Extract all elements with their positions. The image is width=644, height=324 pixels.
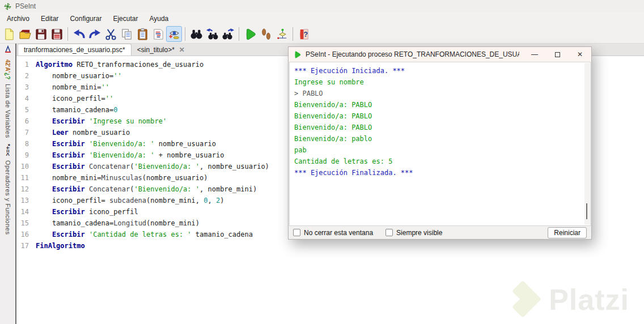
- console-scrollbar-thumb[interactable]: [586, 203, 587, 219]
- line-number: 14: [16, 206, 36, 218]
- left-panel-strip: 42'A'¿?Lista de Variables*+=<Operadores …: [0, 44, 15, 324]
- toolbar-save-all-button[interactable]: [49, 26, 65, 42]
- run-icon: [244, 28, 257, 41]
- editor-tab[interactable]: <sin_titulo>*✕: [132, 44, 190, 56]
- line-number: 16: [16, 229, 36, 240]
- checkbox-box[interactable]: [293, 229, 300, 236]
- toolbar-separator: [293, 27, 293, 41]
- line-number: 9: [16, 150, 36, 161]
- console-line: pab: [294, 144, 582, 156]
- open-file-icon: [19, 28, 32, 41]
- menu-configurar[interactable]: Configurar: [64, 13, 107, 24]
- pin-panel-icon[interactable]: [3, 45, 12, 54]
- new-file-icon: [3, 28, 16, 41]
- toolbar-copy-button[interactable]: [118, 26, 134, 42]
- panel-label-operadores[interactable]: Operadores y Funciones: [5, 160, 11, 235]
- line-number: 11: [16, 172, 36, 184]
- run-dialog-footer: No cerrar esta ventana Siempre visible R…: [289, 226, 591, 239]
- line-number: 8: [16, 138, 36, 150]
- console-line: Cantidad de letras es: 5: [294, 156, 582, 167]
- find-icon: [190, 28, 203, 41]
- toolbar-new-file-button[interactable]: [1, 26, 17, 42]
- copy-icon: [120, 28, 133, 41]
- run-step-icon: [260, 28, 273, 41]
- variables-icon[interactable]: 42'A'¿?: [5, 59, 11, 79]
- tab-label: <sin_titulo>*: [137, 46, 175, 54]
- no-close-checkbox[interactable]: No cerrar esta ventana: [293, 229, 373, 237]
- cut-icon: [104, 28, 117, 41]
- toolbar-run-step-button[interactable]: [258, 26, 274, 42]
- console-line: *** Ejecución Iniciada. ***: [294, 65, 582, 76]
- window-title: PSeInt: [15, 2, 36, 10]
- editor-tab[interactable]: tranformaciones_de_usuario.psc*: [18, 44, 132, 56]
- toolbar-help-button[interactable]: ?: [296, 26, 312, 42]
- checkbox-box[interactable]: [385, 229, 393, 236]
- save-all-icon: [50, 28, 63, 41]
- find-next-icon: [222, 28, 235, 41]
- line-number: 13: [16, 195, 36, 206]
- tab-label: tranformaciones_de_usuario.psc*: [24, 46, 125, 54]
- menu-archivo[interactable]: Archivo: [1, 13, 35, 24]
- panel-label-variables[interactable]: Lista de Variables: [5, 84, 11, 138]
- line-number: 12: [16, 184, 36, 195]
- toolbar-open-file-button[interactable]: [17, 26, 33, 42]
- line-number: 17: [16, 240, 36, 251]
- run-dialog: PSeInt - Ejecutando proceso RETO_TRANFOR…: [288, 46, 592, 240]
- always-visible-checkbox[interactable]: Siempre visible: [385, 229, 442, 237]
- console-line: > PABLO: [294, 88, 582, 99]
- toolbar-paste-button[interactable]: [134, 26, 150, 42]
- toolbar-find-button[interactable]: [188, 26, 204, 42]
- toolbar-separator: [67, 27, 68, 41]
- undo-icon: [73, 28, 86, 41]
- line-number: 15: [16, 218, 36, 229]
- operators-icon[interactable]: *+=<: [5, 144, 11, 156]
- maximize-button[interactable]: [546, 47, 569, 62]
- menu-ayuda[interactable]: Ayuda: [143, 13, 174, 24]
- paste-icon: [136, 28, 149, 41]
- toolbar-redo-button[interactable]: [87, 26, 103, 42]
- console-line: Bienvenido/a: PABLO: [294, 110, 582, 122]
- restart-button[interactable]: Reiniciar: [548, 227, 587, 238]
- console-output[interactable]: *** Ejecución Iniciada. ***Ingrese su no…: [289, 62, 591, 226]
- toolbar-format-source-button[interactable]: [150, 26, 166, 42]
- console-line: Bienvenido/a: pablo: [294, 133, 582, 144]
- close-button[interactable]: ✕: [569, 47, 591, 62]
- console-line: Bienvenido/a: PABLO: [294, 99, 582, 110]
- line-number: 2: [16, 70, 36, 82]
- line-number: 7: [16, 127, 36, 138]
- menu-ejecutar[interactable]: Ejecutar: [107, 13, 143, 24]
- toolbar-find-prev-button[interactable]: [204, 26, 220, 42]
- menubar: ArchivoEditarConfigurarEjecutarAyuda: [0, 12, 644, 25]
- console-scrollbar[interactable]: [584, 63, 590, 225]
- line-number: 3: [16, 82, 36, 93]
- toolbar-syntax-highlight-button[interactable]: [166, 26, 182, 42]
- format-source-icon: [152, 28, 165, 41]
- pseint-app-icon: [3, 2, 12, 11]
- line-number: 10: [16, 161, 36, 172]
- code-line: 17FinAlgoritmo: [16, 240, 644, 251]
- minimize-button[interactable]: —: [523, 47, 546, 62]
- toolbar-undo-button[interactable]: [71, 26, 87, 42]
- console-line: Ingrese su nombre: [294, 76, 582, 88]
- window-titlebar[interactable]: PSeInt: [0, 0, 644, 12]
- line-number: 4: [16, 93, 36, 104]
- syntax-highlight-icon: [168, 28, 181, 41]
- toolbar-separator: [239, 27, 239, 41]
- help-icon: ?: [298, 28, 311, 41]
- toolbar-find-next-button[interactable]: [220, 26, 236, 42]
- checkbox-label: No cerrar esta ventana: [304, 229, 373, 237]
- menu-editar[interactable]: Editar: [35, 13, 64, 24]
- redo-icon: [88, 28, 101, 41]
- toolbar-run-button[interactable]: [242, 26, 258, 42]
- flowchart-icon: [276, 28, 289, 41]
- tab-close-icon[interactable]: ✕: [179, 46, 185, 54]
- run-play-icon: [293, 50, 302, 59]
- toolbar-cut-button[interactable]: [103, 26, 118, 42]
- save-file-icon: [35, 28, 48, 41]
- run-dialog-title: PSeInt - Ejecutando proceso RETO_TRANFOR…: [306, 50, 519, 58]
- toolbar-separator: [185, 27, 185, 41]
- toolbar-flowchart-button[interactable]: [274, 26, 290, 42]
- toolbar-save-file-button[interactable]: [33, 26, 49, 42]
- run-dialog-titlebar[interactable]: PSeInt - Ejecutando proceso RETO_TRANFOR…: [289, 47, 591, 62]
- toolbar: ?: [0, 25, 644, 44]
